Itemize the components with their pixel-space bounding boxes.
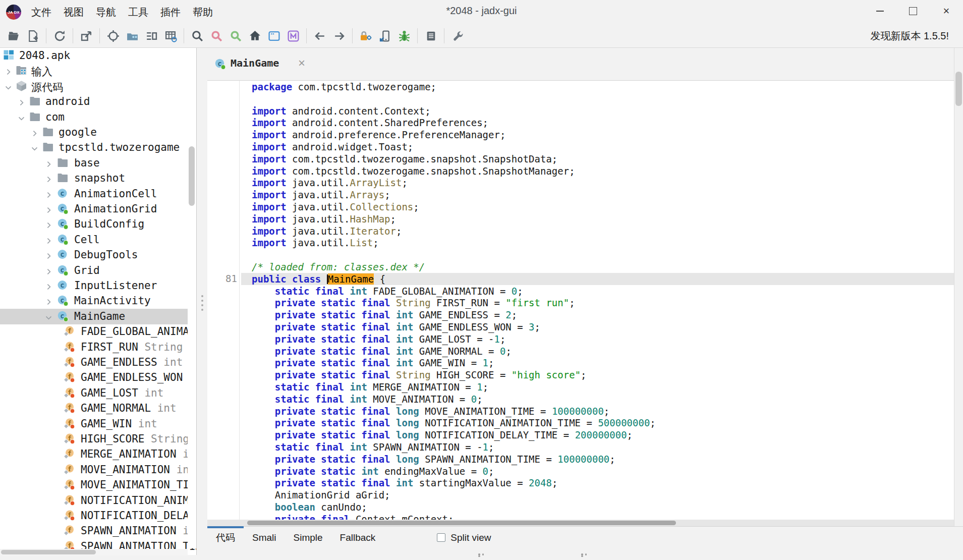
- close-button[interactable]: ×: [930, 0, 963, 22]
- maximize-button[interactable]: [896, 0, 930, 22]
- editor-vertical-scrollbar-thumb[interactable]: [955, 72, 962, 106]
- chevron-right-icon[interactable]: [44, 236, 53, 244]
- flat-list-icon[interactable]: [143, 28, 159, 44]
- panel-splitter[interactable]: [197, 48, 207, 560]
- minimize-button[interactable]: [863, 0, 896, 22]
- menu-item[interactable]: 插件: [154, 0, 187, 24]
- method-search-icon[interactable]: [285, 28, 301, 44]
- chevron-right-icon[interactable]: [4, 67, 13, 75]
- tree-item-GAME_NORMAL[interactable]: fGAME_NORMAL int: [0, 401, 197, 416]
- tree-item-android[interactable]: android: [0, 94, 197, 109]
- chevron-right-icon[interactable]: [44, 282, 53, 290]
- chevron-right-icon[interactable]: [44, 159, 53, 167]
- console-icon[interactable]: [266, 28, 282, 44]
- main-activity-icon[interactable]: [247, 28, 263, 44]
- log-viewer-icon[interactable]: [423, 28, 439, 44]
- reload-icon[interactable]: [51, 28, 68, 44]
- tree-item-InputListener[interactable]: cInputListener: [0, 278, 197, 294]
- open-file-icon[interactable]: [6, 28, 22, 44]
- chevron-right-icon[interactable]: [44, 251, 53, 259]
- tree-vertical-scrollbar[interactable]: [188, 48, 196, 548]
- view-tab-Simple[interactable]: Simple: [285, 527, 331, 549]
- tree-item-Cell[interactable]: cCell: [0, 232, 197, 248]
- debugger-icon[interactable]: [396, 28, 412, 44]
- tree-horizontal-scrollbar[interactable]: [0, 549, 188, 555]
- chevron-down-icon[interactable]: [30, 143, 39, 152]
- back-icon[interactable]: [312, 28, 328, 44]
- deobfuscation-icon[interactable]: [358, 28, 374, 44]
- tree-item-SPAWN_ANIMATION[interactable]: fSPAWN_ANIMATION int: [0, 523, 197, 539]
- tree-item-GAME_ENDLESS[interactable]: fGAME_ENDLESS int: [0, 355, 197, 370]
- tree-item-源代码[interactable]: 源代码: [0, 79, 197, 94]
- tree-item-tpcstld.twozerogame[interactable]: tpcstld.twozerogame: [0, 140, 197, 155]
- chevron-right-icon[interactable]: [44, 174, 53, 183]
- device-icon[interactable]: [377, 28, 393, 44]
- search-icon[interactable]: [189, 28, 205, 44]
- tab-close-icon[interactable]: ×: [298, 56, 305, 70]
- tree-item-snapshot[interactable]: snapshot: [0, 171, 197, 186]
- tree-vertical-scrollbar-thumb[interactable]: [189, 146, 195, 206]
- tree-item-2048.apk[interactable]: 2048.apk: [0, 48, 197, 64]
- tree-item-NOTIFICATION_ANIMATION_TIME[interactable]: fNOTIFICATION_ANIMATION_TIME long: [0, 493, 197, 509]
- tree-item-GAME_ENDLESS_WON[interactable]: fGAME_ENDLESS_WON int: [0, 370, 197, 385]
- drag-grip-icon[interactable]: [581, 553, 591, 555]
- split-view-toggle[interactable]: Split view: [437, 532, 491, 543]
- chevron-right-icon[interactable]: [30, 128, 39, 137]
- add-files-icon[interactable]: [25, 28, 41, 44]
- forward-icon[interactable]: [331, 28, 347, 44]
- tree-item-FADE_GLOBAL_ANIMATION[interactable]: fFADE_GLOBAL_ANIMATION int: [0, 324, 197, 340]
- chevron-right-icon[interactable]: [17, 97, 26, 106]
- menu-item[interactable]: 文件: [25, 0, 58, 24]
- tree-item-MainGame[interactable]: cMainGame: [0, 309, 197, 324]
- editor-horizontal-scrollbar-thumb[interactable]: [247, 521, 676, 525]
- menu-item[interactable]: 帮助: [187, 0, 219, 24]
- tree-item-AnimationCell[interactable]: cAnimationCell: [0, 186, 197, 202]
- table-view-icon[interactable]: [162, 28, 179, 44]
- class-search-icon[interactable]: [228, 28, 244, 44]
- view-tab-代码[interactable]: 代码: [207, 527, 244, 549]
- view-tab-Smali[interactable]: Smali: [244, 527, 285, 549]
- tree-item-Grid[interactable]: cGrid: [0, 263, 197, 278]
- text-search-icon[interactable]: [208, 28, 224, 44]
- tree-horizontal-scrollbar-thumb[interactable]: [1, 550, 96, 554]
- tree-item-FIRST_RUN[interactable]: fFIRST_RUN String: [0, 340, 197, 355]
- menu-item[interactable]: 导航: [90, 0, 122, 24]
- split-view-checkbox[interactable]: [437, 533, 445, 542]
- chevron-down-icon[interactable]: [44, 312, 53, 321]
- chevron-right-icon[interactable]: [44, 297, 53, 305]
- export-icon[interactable]: [78, 28, 94, 44]
- tree-item-DebugTools[interactable]: cDebugTools: [0, 247, 197, 263]
- editor-vertical-scrollbar[interactable]: [954, 48, 963, 526]
- sync-selection-icon[interactable]: [105, 28, 121, 44]
- tree-item-google[interactable]: google: [0, 125, 197, 140]
- drag-grip-icon[interactable]: [478, 553, 488, 555]
- preferences-icon[interactable]: [449, 28, 466, 44]
- tree-item-MOVE_ANIMATION_TIME[interactable]: fMOVE_ANIMATION_TIME long: [0, 477, 197, 493]
- tree-item-AnimationGrid[interactable]: cAnimationGrid: [0, 201, 197, 217]
- chevron-right-icon[interactable]: [44, 190, 53, 198]
- chevron-down-icon[interactable]: [4, 82, 13, 91]
- tree-item-GAME_LOST[interactable]: fGAME_LOST int: [0, 385, 197, 401]
- chevron-right-icon[interactable]: [44, 220, 53, 229]
- tree-item-MERGE_ANIMATION[interactable]: fMERGE_ANIMATION int: [0, 446, 197, 462]
- tree-item-输入[interactable]: 输入: [0, 63, 197, 79]
- tree-item-base[interactable]: base: [0, 155, 197, 171]
- tree-item-HIGH_SCORE[interactable]: fHIGH_SCORE String: [0, 431, 197, 447]
- chevron-right-icon[interactable]: [44, 266, 53, 275]
- view-tab-Fallback[interactable]: Fallback: [331, 527, 384, 549]
- tree-item-MOVE_ANIMATION[interactable]: fMOVE_ANIMATION int: [0, 462, 197, 478]
- tree-item-MainActivity[interactable]: cMainActivity: [0, 293, 197, 309]
- update-notice[interactable]: 发现新版本 1.5.5!: [870, 29, 949, 43]
- menu-item[interactable]: 视图: [58, 0, 90, 24]
- tab-maingame[interactable]: c MainGame ×: [207, 48, 309, 81]
- tree-item-GAME_WIN[interactable]: fGAME_WIN int: [0, 416, 197, 432]
- tree-item-com[interactable]: com: [0, 109, 197, 125]
- editor-horizontal-scrollbar[interactable]: [207, 520, 954, 526]
- tree-item-BuildConfig[interactable]: cBuildConfig: [0, 216, 197, 232]
- menu-item[interactable]: 工具: [122, 0, 154, 24]
- packages-icon[interactable]: [124, 28, 140, 44]
- tree-item-NOTIFICATION_DELAY_TIME[interactable]: fNOTIFICATION_DELAY_TIME long: [0, 508, 197, 524]
- chevron-right-icon[interactable]: [44, 205, 53, 213]
- chevron-down-icon[interactable]: [17, 113, 26, 122]
- code-editor[interactable]: 81 package com.tpcstld.twozerogame;impor…: [207, 81, 954, 520]
